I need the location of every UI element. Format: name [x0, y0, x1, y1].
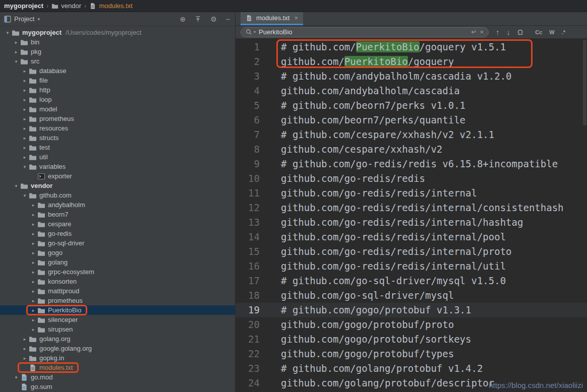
locate-file-icon[interactable]: ⊕	[180, 16, 186, 23]
code-line[interactable]: # github.com/golang/protobuf v1.4.2	[275, 361, 587, 376]
tree-item-loop[interactable]: ▸loop	[0, 95, 235, 104]
chevron-right-icon[interactable]: ▸	[30, 279, 37, 284]
tree-item-util[interactable]: ▸util	[0, 152, 235, 162]
code-line[interactable]: github.com/gogo/protobuf/types	[275, 347, 587, 361]
code-line[interactable]: github.com/gogo/protobuf/proto	[275, 317, 587, 332]
tree-item-puerkitobio[interactable]: ▸PuerkitoBio	[0, 305, 235, 315]
code-line[interactable]: # github.com/cespare/xxhash/v2 v2.1.1	[275, 127, 587, 142]
filter-icon[interactable]: Ω	[517, 28, 523, 36]
tree-item-pkg[interactable]: ▸pkg	[0, 47, 235, 56]
tree-item-database[interactable]: ▸database	[0, 66, 235, 76]
code-line[interactable]: github.com/go-redis/redis/internal/pool	[275, 230, 587, 244]
code-line[interactable]: github.com/PuerkitoBio/goquery	[275, 54, 587, 69]
chevron-right-icon[interactable]: ▸	[21, 145, 28, 150]
tree-item-file[interactable]: ▸file	[0, 76, 235, 85]
chevron-right-icon[interactable]: ▸	[21, 136, 28, 141]
code-line[interactable]: github.com/go-redis/redis/internal/hasht…	[275, 215, 587, 230]
code-line[interactable]: github.com/andybalholm/cascadia	[275, 84, 587, 98]
code-line[interactable]: github.com/beorn7/perks/quantile	[275, 113, 587, 127]
code-line[interactable]: github.com/go-redis/redis	[275, 171, 587, 186]
code-line[interactable]: # github.com/PuerkitoBio/goquery v1.5.1	[275, 40, 587, 54]
tree-item-cespare[interactable]: ▸cespare	[0, 219, 235, 229]
chevron-right-icon[interactable]: ▸	[21, 337, 28, 342]
editor-scrollbar[interactable]	[583, 40, 586, 125]
breadcrumb-item-mygoproject[interactable]: mygoproject	[4, 2, 43, 10]
tree-item-vendor[interactable]: ▾vendor	[0, 181, 235, 190]
tree-item-github-com[interactable]: ▾github.com	[0, 190, 235, 200]
chevron-down-icon[interactable]: ▾	[37, 17, 40, 22]
chevron-right-icon[interactable]: ▸	[21, 78, 28, 83]
tree-item-bin[interactable]: ▸bin	[0, 37, 235, 47]
chevron-right-icon[interactable]: ▸	[21, 346, 28, 351]
multiline-toggle-icon[interactable]: ↵	[472, 28, 477, 36]
chevron-right-icon[interactable]: ▸	[21, 97, 28, 102]
chevron-right-icon[interactable]: ▸	[13, 49, 20, 54]
next-occurrence-icon[interactable]: ↓	[507, 28, 511, 36]
code-line[interactable]: github.com/go-redis/redis/internal	[275, 186, 587, 201]
breadcrumb-item-modules-txt[interactable]: modules.txt	[89, 2, 132, 10]
chevron-down-icon[interactable]: ▾	[21, 164, 28, 169]
collapse-all-icon[interactable]	[195, 16, 201, 22]
chevron-right-icon[interactable]: ▸	[30, 250, 37, 255]
tree-item-go-mod[interactable]: ▾go.mod	[0, 372, 235, 382]
hide-panel-icon[interactable]: −	[226, 16, 230, 23]
chevron-right-icon[interactable]: ▸	[30, 298, 37, 303]
tree-item-exporter[interactable]: exporter	[0, 171, 235, 181]
chevron-right-icon[interactable]: ▸	[30, 270, 37, 275]
search-history-caret-icon[interactable]: ▾	[254, 30, 256, 34]
chevron-right-icon[interactable]: ▸	[21, 155, 28, 160]
chevron-right-icon[interactable]: ▸	[21, 107, 28, 112]
code-area[interactable]: # github.com/PuerkitoBio/goquery v1.5.1g…	[275, 39, 587, 392]
tree-item-gopkg-in[interactable]: ▸gopkg.in	[0, 353, 235, 363]
chevron-right-icon[interactable]: ▸	[21, 88, 28, 93]
code-line[interactable]: github.com/go-redis/redis/internal/proto	[275, 244, 587, 259]
project-panel-title[interactable]: Project	[14, 15, 34, 23]
tree-item-matttproud[interactable]: ▸matttproud	[0, 286, 235, 296]
chevron-right-icon[interactable]: ▸	[21, 116, 28, 121]
chevron-right-icon[interactable]: ▸	[13, 40, 20, 45]
chevron-down-icon[interactable]: ▾	[21, 193, 28, 198]
chevron-right-icon[interactable]: ▸	[30, 317, 37, 322]
tree-item-beorn7[interactable]: ▸beorn7	[0, 210, 235, 219]
regex-toggle[interactable]: .*	[562, 29, 565, 35]
chevron-down-icon[interactable]: ▾	[13, 183, 20, 188]
tree-item-prometheus[interactable]: ▸prometheus	[0, 114, 235, 123]
code-line[interactable]: github.com/go-redis/redis/internal/consi…	[275, 201, 587, 215]
code-line[interactable]: # github.com/go-redis/redis v6.15.8+inco…	[275, 157, 587, 171]
code-line[interactable]: # github.com/go-sql-driver/mysql v1.5.0	[275, 274, 587, 288]
tree-item-google-golang-org[interactable]: ▸google.golang.org	[0, 344, 235, 353]
tree-item-golang-org[interactable]: ▸golang.org	[0, 334, 235, 344]
chevron-right-icon[interactable]: ▸	[30, 260, 37, 265]
code-line[interactable]: github.com/golang/protobuf/descriptor	[275, 376, 587, 390]
breadcrumb-item-vendor[interactable]: vendor	[51, 2, 81, 10]
tree-item-silenceper[interactable]: ▸silenceper	[0, 315, 235, 324]
tree-item-golang[interactable]: ▸golang	[0, 257, 235, 267]
tab-modules-txt[interactable]: modules.txt ×	[241, 12, 303, 25]
tree-item-prometheus[interactable]: ▸prometheus	[0, 296, 235, 305]
tree-item-structs[interactable]: ▸structs	[0, 133, 235, 143]
words-toggle[interactable]: W	[549, 29, 554, 35]
tree-item-http[interactable]: ▸http	[0, 85, 235, 95]
chevron-right-icon[interactable]: ▸	[30, 212, 37, 217]
tree-item-gogo[interactable]: ▸gogo	[0, 248, 235, 257]
clear-search-icon[interactable]: ×	[480, 28, 484, 36]
tree-item-konsorten[interactable]: ▸konsorten	[0, 277, 235, 286]
tree-item-resources[interactable]: ▸resources	[0, 123, 235, 133]
tree-item-model[interactable]: ▸model	[0, 104, 235, 114]
match-case-toggle[interactable]: Cc	[535, 29, 542, 35]
chevron-right-icon[interactable]: ▸	[30, 222, 37, 227]
tree-item-go-sql-driver[interactable]: ▸go-sql-driver	[0, 238, 235, 248]
search-icon[interactable]	[246, 29, 252, 35]
tree-item-andybalholm[interactable]: ▸andybalholm	[0, 200, 235, 210]
code-line[interactable]: # github.com/gogo/protobuf v1.3.1	[275, 303, 587, 317]
chevron-right-icon[interactable]: ▸	[30, 308, 37, 313]
chevron-right-icon[interactable]: ▸	[30, 289, 37, 294]
chevron-right-icon[interactable]: ▸	[30, 231, 37, 236]
editor-pane[interactable]: 123456789101112131415161718192021222324 …	[236, 39, 587, 392]
chevron-right-icon[interactable]: ▸	[21, 69, 28, 74]
chevron-down-icon[interactable]: ▾	[13, 375, 20, 380]
tree-item-modules-txt[interactable]: modules.txt	[0, 363, 235, 372]
chevron-right-icon[interactable]: ▸	[30, 327, 37, 332]
search-input[interactable]: ▾ PuerkitoBio ↵ ×	[241, 27, 489, 37]
tree-item-test[interactable]: ▸test	[0, 143, 235, 152]
